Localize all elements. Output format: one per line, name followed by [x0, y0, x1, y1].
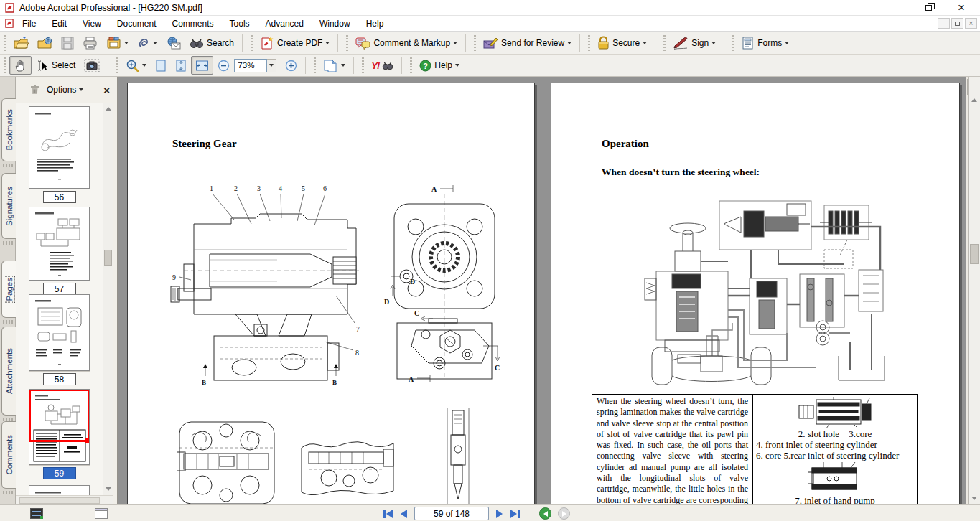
close-button[interactable]: ×: [956, 2, 967, 14]
menu-edit[interactable]: Edit: [44, 17, 75, 30]
tab-bookmarks[interactable]: Bookmarks: [1, 98, 16, 161]
actual-size-button[interactable]: [151, 56, 171, 75]
tab-signatures[interactable]: Signatures: [1, 173, 16, 239]
help-button[interactable]: ? Help: [415, 56, 464, 75]
zoom-tool-button[interactable]: [121, 56, 151, 75]
forms-button[interactable]: Forms: [737, 34, 793, 52]
page-layout-icon: [323, 59, 338, 72]
toolbar-grip[interactable]: [4, 57, 6, 73]
thumbnail-page-56[interactable]: 56: [29, 106, 90, 203]
menu-help[interactable]: Help: [358, 17, 392, 30]
toolbar-grip[interactable]: [251, 35, 253, 51]
hscrollbar-thumb[interactable]: [19, 497, 100, 504]
thumbnail-page-58[interactable]: 58: [29, 294, 90, 385]
organizer-button[interactable]: [102, 34, 133, 52]
hand-pump-figure: [808, 462, 862, 495]
page-layout-button[interactable]: [319, 56, 350, 75]
menu-tools[interactable]: Tools: [222, 17, 258, 30]
next-view-button[interactable]: [558, 507, 570, 520]
document-scrollbar[interactable]: [968, 77, 980, 504]
toolbar-grip[interactable]: [362, 57, 364, 73]
first-page-button[interactable]: [383, 509, 393, 519]
toolbar-grip[interactable]: [314, 57, 316, 73]
open-web-button[interactable]: [33, 34, 57, 52]
hand-tool-button[interactable]: [9, 56, 32, 75]
print-button[interactable]: [78, 34, 102, 52]
secure-button[interactable]: Secure: [593, 34, 651, 52]
restore-button[interactable]: [923, 2, 934, 14]
toolbar-grip[interactable]: [474, 35, 476, 51]
doc-minimize-button[interactable]: –: [938, 18, 950, 29]
attach-button[interactable]: [133, 34, 162, 52]
tab-pages[interactable]: Pages: [1, 260, 16, 318]
tab-attachments[interactable]: Attachments: [1, 327, 16, 416]
toolbar-grip[interactable]: [4, 35, 6, 51]
acrobat-window: { "titlebar": { "title": "Adobe Acrobat …: [0, 0, 980, 521]
save-button[interactable]: [57, 34, 78, 52]
minimize-button[interactable]: –: [890, 2, 901, 14]
toolbar-separator: [305, 57, 306, 74]
comment-markup-button[interactable]: Comment & Markup: [351, 34, 462, 52]
toolbar-grip[interactable]: [410, 57, 412, 73]
svg-text:3: 3: [257, 184, 261, 192]
view-rectangle-handle[interactable]: [85, 438, 90, 443]
thumbnail-page-57[interactable]: 57: [29, 207, 90, 295]
previous-view-button[interactable]: [539, 507, 551, 520]
toolbar-separator: [242, 34, 243, 52]
toolbar-grip[interactable]: [588, 35, 590, 51]
send-review-button[interactable]: Send for Review: [479, 34, 576, 52]
svg-text:5: 5: [302, 184, 305, 192]
select-tool-button[interactable]: Select: [32, 56, 80, 75]
thumbnail-scrollbar[interactable]: [103, 103, 113, 495]
fit-page-button[interactable]: [171, 56, 191, 75]
toolbar-separator: [337, 34, 338, 52]
previous-page-button[interactable]: [400, 509, 408, 519]
help-label: Help: [434, 60, 452, 70]
menu-document[interactable]: Document: [109, 17, 164, 30]
toolbar-grip[interactable]: [116, 57, 118, 73]
valve-section-b-diagram: [177, 415, 279, 504]
panel-close-button[interactable]: ×: [103, 84, 110, 96]
sign-button[interactable]: Sign: [668, 34, 720, 52]
toolbar-grip[interactable]: [732, 35, 734, 51]
steering-gear-front-view-diagram: A A D D C C: [383, 182, 506, 385]
magnifier-plus-icon: [126, 59, 139, 72]
menu-window[interactable]: Window: [312, 17, 358, 30]
back-arrow-icon: [543, 511, 548, 517]
page-view-rectangle[interactable]: [29, 389, 90, 442]
scroll-up-icon: [971, 98, 977, 102]
zoom-in-button[interactable]: [281, 56, 302, 75]
zoom-out-button[interactable]: [213, 56, 234, 75]
zoom-level-dropdown[interactable]: [267, 59, 276, 72]
tab-comments[interactable]: Comments: [1, 421, 16, 489]
attach-caret-icon: [153, 42, 157, 44]
last-page-button[interactable]: [510, 509, 521, 519]
snapshot-button[interactable]: [80, 56, 104, 75]
thumbnail-page-59-current[interactable]: 59: [29, 389, 90, 479]
scrollbar-thumb[interactable]: [104, 250, 112, 266]
toolbar-grip[interactable]: [346, 35, 348, 51]
menu-advanced[interactable]: Advanced: [258, 17, 312, 30]
doc-close-button[interactable]: ×: [965, 18, 977, 29]
fit-width-button[interactable]: [191, 56, 213, 75]
email-button[interactable]: [162, 34, 185, 52]
window-view-button[interactable]: [95, 508, 108, 519]
thumbnail-hscrollbar[interactable]: [16, 495, 113, 504]
thumbnail-page-60-partial[interactable]: [29, 485, 90, 495]
menu-comments[interactable]: Comments: [164, 17, 222, 30]
zoom-level-input[interactable]: [234, 59, 267, 72]
search-button[interactable]: Search: [185, 34, 238, 52]
menu-file[interactable]: File: [14, 17, 44, 30]
page-number-input[interactable]: [414, 507, 489, 520]
next-page-button[interactable]: [495, 509, 503, 519]
trash-icon[interactable]: [30, 85, 39, 95]
menu-view[interactable]: View: [75, 17, 109, 30]
open-button[interactable]: [9, 34, 33, 52]
doc-restore-button[interactable]: [951, 18, 963, 29]
options-menu-button[interactable]: Options: [47, 85, 83, 95]
document-scrollbar-thumb[interactable]: [970, 244, 979, 264]
fullscreen-view-button[interactable]: [30, 508, 43, 519]
yahoo-search-button[interactable]: Y!: [367, 56, 398, 75]
toolbar-grip[interactable]: [663, 35, 666, 51]
create-pdf-button[interactable]: Create PDF: [256, 34, 334, 52]
